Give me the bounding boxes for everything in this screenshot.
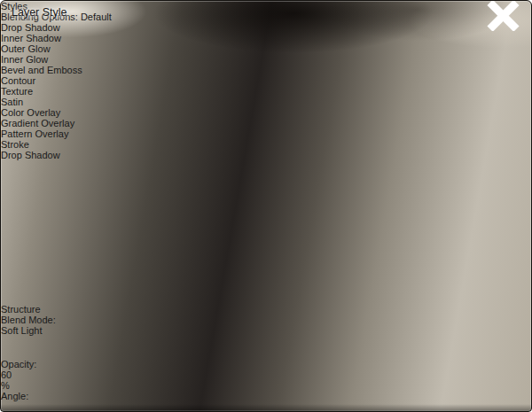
close-icon	[485, 1, 521, 31]
sidebar-item-satin[interactable]: Satin	[1, 97, 531, 107]
style-label: Bevel and Emboss	[1, 65, 82, 75]
blend-mode-select[interactable]: Soft Light	[1, 325, 104, 342]
style-label: Outer Glow	[1, 43, 51, 54]
angle-dial[interactable]	[1, 401, 531, 412]
panel-title: Drop Shadow	[1, 150, 531, 160]
blend-mode-label: Blend Mode:	[1, 315, 531, 325]
angle-label: Angle:	[1, 391, 531, 401]
style-label: Color Overlay	[1, 107, 60, 118]
styles-header: Styles	[1, 1, 531, 12]
opacity-label: Opacity:	[1, 359, 531, 369]
sidebar-item-stroke[interactable]: Stroke	[1, 139, 531, 150]
style-label: Gradient Overlay	[1, 118, 74, 128]
blend-mode-value: Soft Light	[1, 325, 42, 336]
style-label: Inner Shadow	[1, 33, 61, 43]
sidebar-item-inner-shadow[interactable]: Inner Shadow	[1, 33, 531, 43]
structure-legend: Structure	[1, 304, 531, 315]
style-label: Drop Shadow	[1, 22, 60, 33]
sidebar-item-color-overlay[interactable]: Color Overlay	[1, 107, 531, 118]
sidebar-item-drop-shadow[interactable]: Drop Shadow	[1, 22, 531, 33]
sidebar-item-blending-options[interactable]: Blending Options: Default	[1, 12, 531, 22]
opacity-unit: %	[1, 380, 531, 391]
sidebar-item-bevel-and-emboss[interactable]: Bevel and Emboss	[1, 65, 531, 75]
style-label: Texture	[1, 86, 33, 97]
window-title: Layer Style	[12, 6, 67, 19]
sidebar-item-inner-glow[interactable]: Inner Glow	[1, 54, 531, 65]
sidebar-item-gradient-overlay[interactable]: Gradient Overlay	[1, 118, 531, 128]
sidebar-item-pattern-overlay[interactable]: Pattern Overlay	[1, 128, 531, 139]
styles-list: Styles Blending Options: Default Drop Sh…	[1, 1, 531, 150]
style-label: Stroke	[1, 139, 29, 150]
style-label: Contour	[1, 75, 35, 86]
sidebar-item-contour[interactable]: Contour	[1, 75, 531, 86]
structure-group	[1, 160, 250, 304]
style-label: Inner Glow	[1, 54, 48, 65]
close-button[interactable]	[485, 1, 521, 16]
style-label: Pattern Overlay	[1, 128, 68, 139]
opacity-input[interactable]: 60	[1, 369, 531, 380]
sidebar-item-texture[interactable]: Texture	[1, 86, 531, 97]
shadow-color-swatch[interactable]	[1, 342, 27, 359]
layer-style-dialog: Layer Style Styles Blending Options: Def…	[0, 0, 532, 412]
style-label: Satin	[1, 97, 23, 107]
sidebar-item-outer-glow[interactable]: Outer Glow	[1, 43, 531, 54]
